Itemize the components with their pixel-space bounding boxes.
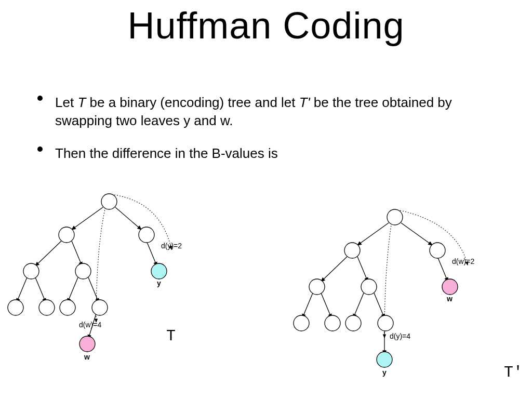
svg-point-32 <box>309 279 325 295</box>
svg-point-30 <box>344 243 360 258</box>
svg-line-7 <box>68 277 78 302</box>
tree-left-label: T <box>166 327 176 345</box>
svg-line-27 <box>374 293 384 318</box>
y-label: y <box>382 368 387 377</box>
svg-line-22 <box>357 257 368 282</box>
svg-point-29 <box>387 209 403 225</box>
node-y <box>377 352 392 367</box>
svg-line-25 <box>321 293 331 318</box>
svg-line-23 <box>437 257 448 282</box>
svg-point-31 <box>430 243 445 258</box>
svg-point-33 <box>361 279 377 295</box>
svg-line-4 <box>147 241 157 266</box>
svg-point-15 <box>8 300 23 315</box>
diagram-area: y w d(y)=2 d(w)=4 T <box>0 187 532 395</box>
svg-point-13 <box>23 263 39 279</box>
svg-point-10 <box>101 194 117 209</box>
bullet-text: Then the difference in the B-values is <box>55 144 278 163</box>
svg-line-5 <box>17 277 27 302</box>
dy-label: d(y)=2 <box>161 242 182 250</box>
bullet-text: Let T be a binary (encoding) tree and le… <box>55 94 495 130</box>
svg-point-11 <box>59 227 74 243</box>
svg-point-37 <box>378 315 393 331</box>
dw-label: d(w)=4 <box>79 321 101 329</box>
tree-right-label: T' <box>504 364 523 381</box>
tree-left: y w d(y)=2 d(w)=4 <box>5 187 223 384</box>
svg-point-17 <box>60 300 75 315</box>
y-label: y <box>157 279 161 287</box>
svg-line-21 <box>321 257 347 282</box>
tree-right: w y d(w)=2 d(y)=4 <box>281 203 509 399</box>
svg-point-34 <box>294 315 309 331</box>
dw-label: d(w)=2 <box>452 257 474 265</box>
w-label: w <box>446 295 453 303</box>
svg-line-0 <box>72 207 103 230</box>
svg-line-1 <box>115 207 141 230</box>
page-title: Huffman Coding <box>0 4 532 47</box>
node-w <box>442 279 458 295</box>
svg-line-8 <box>88 277 99 302</box>
svg-point-16 <box>39 300 55 315</box>
svg-line-26 <box>353 293 364 318</box>
node-y <box>151 263 167 279</box>
bullet-item: Then the difference in the B-values is <box>37 144 495 163</box>
svg-point-12 <box>139 227 154 243</box>
bullet-icon <box>37 96 43 101</box>
svg-point-36 <box>345 315 361 331</box>
bullet-list: Let T be a binary (encoding) tree and le… <box>37 94 495 177</box>
bullet-icon <box>37 147 43 152</box>
svg-line-19 <box>357 223 389 245</box>
svg-point-18 <box>92 300 108 315</box>
svg-line-24 <box>302 293 313 318</box>
svg-line-20 <box>401 223 432 245</box>
svg-line-6 <box>35 277 46 302</box>
w-label: w <box>84 353 90 361</box>
dy-label: d(y)=4 <box>390 332 410 340</box>
svg-point-14 <box>75 263 91 279</box>
svg-line-3 <box>72 241 82 266</box>
bullet-item: Let T be a binary (encoding) tree and le… <box>37 94 495 130</box>
node-w <box>79 336 95 352</box>
svg-line-2 <box>35 241 61 266</box>
svg-point-35 <box>325 315 340 331</box>
